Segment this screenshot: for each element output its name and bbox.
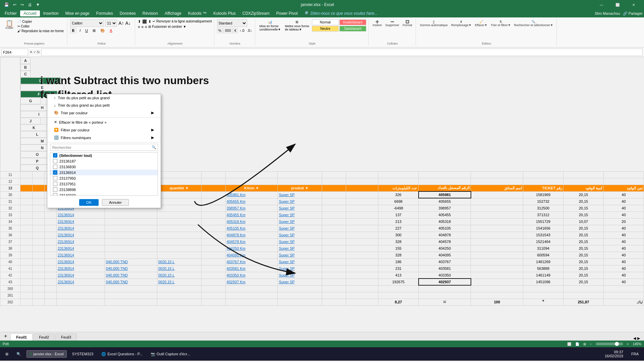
filter-item-23136830[interactable]: 23136830 xyxy=(50,164,158,170)
style-normal-box[interactable]: Normal xyxy=(312,19,339,25)
sheet-tab-feuil2[interactable]: Feuil2 xyxy=(33,334,55,341)
font-size-select[interactable]: 11 xyxy=(105,19,117,27)
filter-item-23137950[interactable]: 23137950 xyxy=(50,175,158,181)
col-d[interactable]: D xyxy=(20,77,61,84)
fill-btn[interactable]: ⬇ Remplissage▼ xyxy=(450,19,473,27)
align-bottom-btn[interactable]: ⬇ xyxy=(148,19,151,24)
zoom-bar[interactable] xyxy=(596,343,623,345)
wrap-text-btn[interactable]: ↵ Renvoyer à la ligne automatiquement xyxy=(153,19,212,24)
col-g[interactable]: G xyxy=(20,98,41,104)
taskbar-capture[interactable]: 📷 Outil Capture d'écr... xyxy=(148,351,193,358)
col-c[interactable]: C xyxy=(20,71,31,77)
page-break-btn[interactable]: ⊞ xyxy=(583,342,586,346)
increase-font-btn[interactable]: A↑ xyxy=(118,20,124,26)
underline-btn[interactable]: U xyxy=(84,28,89,33)
header-taman-waqud[interactable]: تمن الوقود xyxy=(603,185,644,191)
clear-btn[interactable]: 🧹 Effacer▼ xyxy=(474,19,489,27)
share-btn[interactable]: 🔗 Partager xyxy=(623,11,643,16)
zoom-minus-btn[interactable]: − xyxy=(590,342,592,346)
menu-insertion[interactable]: Insertion xyxy=(40,10,62,16)
taskbar-chrome[interactable]: 🌐 Excel Questions - P... xyxy=(99,351,145,358)
sort-color-item[interactable]: 🎨 Trier par couleur ▶ xyxy=(47,109,161,117)
decrease-font-btn[interactable]: A↓ xyxy=(125,20,131,26)
undo-qa-btn[interactable]: ↩ xyxy=(12,2,18,8)
italic-btn[interactable]: I xyxy=(78,28,82,33)
print-qa-btn[interactable]: 🖨 xyxy=(26,2,33,8)
filter-item-23140333[interactable]: 23140333 xyxy=(50,192,158,196)
header-adad-km[interactable]: عدد الكيلومترات xyxy=(378,185,419,191)
align-center-btn[interactable]: ≡ xyxy=(142,25,144,29)
ok-button[interactable]: OK xyxy=(79,199,99,206)
menu-formules[interactable]: Formules xyxy=(93,10,116,16)
style-neutre-box[interactable]: Neutre xyxy=(312,26,339,32)
cond-format-btn[interactable]: 📊 Mise en formeconditionnelle▼ xyxy=(258,20,282,32)
header-kilom[interactable]: Kilom ▼ xyxy=(225,185,278,191)
merge-center-btn[interactable]: ⊞ Fusionner et centrer ▼ xyxy=(148,25,186,29)
col-a[interactable]: A xyxy=(20,57,31,64)
cancel-button[interactable]: Annuler xyxy=(102,199,129,206)
format-cell-btn[interactable]: 🔲 Format xyxy=(401,19,414,27)
select-all-checkbox[interactable] xyxy=(53,153,57,158)
menu-power-pivot[interactable]: Power Pivot xyxy=(273,10,301,16)
zoom-plus-btn[interactable]: + xyxy=(627,342,629,346)
insert-cell-btn[interactable]: ➕ Insérer xyxy=(371,19,383,27)
filter-list[interactable]: (Sélectionner tout) 23136187 23136830 23… xyxy=(50,152,158,196)
item-23137951-checkbox[interactable] xyxy=(53,182,57,186)
style-insatisfaisant-box[interactable]: Insatisfaisant xyxy=(339,19,366,25)
item-23136914-checkbox[interactable] xyxy=(53,170,57,175)
formula-input[interactable] xyxy=(41,49,643,56)
border-btn[interactable]: ⊞ xyxy=(91,28,97,33)
number-format-select[interactable]: Standard xyxy=(217,19,247,27)
copy-btn[interactable]: 📄 Copier xyxy=(16,19,65,24)
increase-decimal-btn[interactable]: ↑.0 xyxy=(238,28,246,33)
row-11-num[interactable]: 11 xyxy=(0,171,20,178)
align-top-btn[interactable]: ⬆ xyxy=(138,19,141,24)
minimize-btn[interactable]: — xyxy=(594,0,609,9)
close-btn[interactable]: ✕ xyxy=(626,0,641,9)
find-btn[interactable]: 🔍 Rechercher et sélectionner▼ xyxy=(513,19,554,27)
item-23138898-checkbox[interactable] xyxy=(53,187,57,192)
select-all-item[interactable]: (Sélectionner tout) xyxy=(50,153,158,158)
menu-kutools-plus[interactable]: Kutools Plus xyxy=(210,10,239,16)
dropdown-qa-btn[interactable]: ▼ xyxy=(35,2,41,8)
scroll-right-btn[interactable]: ▶ xyxy=(637,336,640,341)
confirm-formula-btn[interactable]: ✓ xyxy=(33,50,36,54)
filter-item-23137951[interactable]: 23137951 xyxy=(50,181,158,187)
grid[interactable]: A B C D E F G H I J K L M N O xyxy=(0,57,644,332)
menu-mise-en-page[interactable]: Mise en page xyxy=(62,10,93,16)
header-ism-saiq[interactable]: اسم السائق xyxy=(471,185,523,191)
col-k[interactable]: K xyxy=(20,124,47,131)
format-painter-btn[interactable]: 🖌 Reproduire la mise en forme xyxy=(16,29,65,33)
table-format-btn[interactable]: ⊞ Mettre sous formede tableau▼ xyxy=(283,20,311,32)
item-23136187-checkbox[interactable] xyxy=(53,159,57,163)
name-box[interactable]: F264 xyxy=(1,49,28,56)
sort-desc-item[interactable]: ↓ Trier du plus grand au plus petit xyxy=(47,102,161,109)
cancel-formula-btn[interactable]: ✕ xyxy=(30,50,33,54)
start-btn[interactable]: ⊞ xyxy=(3,351,11,358)
menu-kutools[interactable]: Kutools ™ xyxy=(185,10,210,16)
search-btn[interactable]: 🔍 xyxy=(14,351,24,358)
clear-filter-item[interactable]: ✕ Effacer le filtre de « porteur » xyxy=(47,118,161,126)
taskbar-excel[interactable]: X janvier.xlsx - Excel xyxy=(26,350,67,358)
search-input[interactable] xyxy=(50,144,150,150)
align-left-btn[interactable]: ≡ xyxy=(138,25,140,29)
save-qa-btn[interactable]: 💾 xyxy=(3,2,10,8)
bold-btn[interactable]: B xyxy=(70,28,76,33)
col-b[interactable]: B xyxy=(20,64,31,71)
header-produit[interactable]: produit ▼ xyxy=(278,185,322,191)
filter-color-item[interactable]: 🔽 Filtrer par couleur ▶ xyxy=(47,126,161,134)
taskbar-system323[interactable]: SYSTEM323 xyxy=(69,351,96,357)
item-23137950-checkbox[interactable] xyxy=(53,176,57,180)
header-raqm-odometer[interactable]: الرقم المسجل بالعداد xyxy=(419,185,471,191)
menu-accueil[interactable]: Accueil xyxy=(20,10,40,16)
percent-btn[interactable]: % xyxy=(217,28,223,33)
cut-btn[interactable]: ✂ Coller xyxy=(16,24,65,28)
maximize-btn[interactable]: ⬜ xyxy=(610,0,625,9)
font-name-select[interactable]: Calibri xyxy=(70,19,104,27)
col-e[interactable]: E xyxy=(20,84,64,91)
style-satisfaisant-box[interactable]: Satisfaisant xyxy=(339,26,366,32)
sort-btn[interactable]: ⇅ Trier et filtrer▼ xyxy=(489,19,512,27)
filter-item-23136187[interactable]: 23136187 xyxy=(50,158,158,164)
currency-btn[interactable]: € xyxy=(233,28,238,33)
header-kamia-waqud[interactable]: كمية الوقود xyxy=(563,185,603,191)
